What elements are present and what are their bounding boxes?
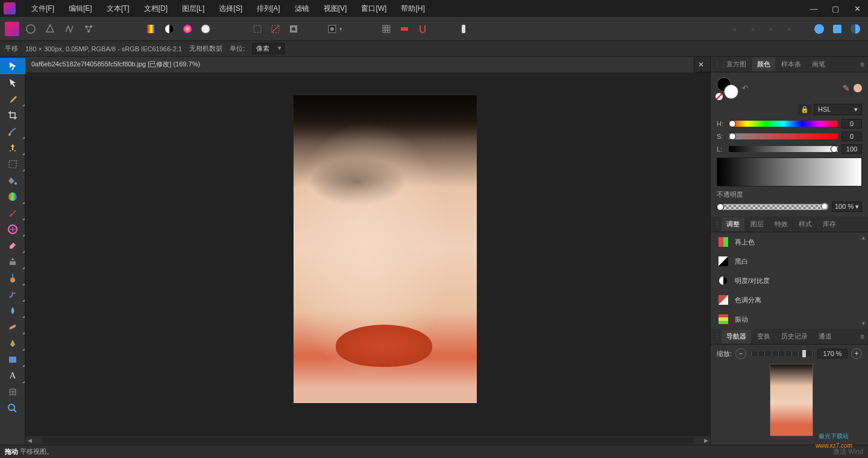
lightness-slider[interactable]: [729, 146, 838, 152]
tab-effects[interactable]: 特效: [770, 217, 793, 231]
document-tab[interactable]: 0af6eb24c5182e7f405855fc5fcf80b.jpg [已修改…: [25, 57, 694, 72]
persona-photo-icon[interactable]: [5, 22, 19, 36]
zoom-in-button[interactable]: +: [851, 348, 862, 359]
tab-styles[interactable]: 样式: [794, 217, 817, 231]
pixel-grid-icon[interactable]: [397, 21, 412, 37]
healing-tool[interactable]: [0, 319, 25, 335]
assistant-icon[interactable]: [456, 21, 471, 37]
menu-layer[interactable]: 图层[L]: [175, 1, 212, 16]
tab-close-button[interactable]: ✕: [694, 60, 708, 69]
navigator-thumbnail[interactable]: 极光下载站 www.xz7.com: [770, 364, 813, 436]
text-tool[interactable]: A: [0, 367, 25, 384]
clone-tool[interactable]: [0, 253, 25, 270]
persona-export-icon[interactable]: [81, 21, 96, 37]
rectangle-tool[interactable]: [0, 351, 25, 367]
fg-color-swatch[interactable]: [724, 84, 738, 99]
menu-select[interactable]: 选择[S]: [212, 1, 250, 16]
panel-menu-icon[interactable]: ≡: [857, 332, 868, 341]
mesh-warp-tool[interactable]: [0, 384, 25, 400]
pen-tool[interactable]: [0, 335, 25, 351]
auto-contrast-icon[interactable]: [162, 21, 177, 37]
menu-text[interactable]: 文本[T]: [99, 1, 137, 16]
snapping-icon[interactable]: [415, 21, 430, 37]
auto-colors-icon[interactable]: [180, 21, 195, 37]
grid-toggle-icon[interactable]: [379, 21, 394, 37]
canvas[interactable]: [25, 72, 710, 436]
opacity-slider[interactable]: [717, 204, 828, 210]
menu-arrange[interactable]: 排列[A]: [250, 1, 288, 16]
color-mode-select[interactable]: HSL▾: [814, 104, 862, 115]
selection-brush-tool[interactable]: [0, 123, 25, 139]
menu-window[interactable]: 窗口[W]: [354, 1, 394, 16]
maximize-button[interactable]: ▢: [825, 0, 846, 17]
paint-brush-tool[interactable]: [0, 205, 25, 221]
saturation-slider[interactable]: [729, 133, 838, 139]
opacity-value[interactable]: 100 %▾: [832, 202, 862, 212]
hue-value[interactable]: 0: [841, 119, 862, 129]
flood-select-tool[interactable]: [0, 139, 25, 156]
panel-menu-icon[interactable]: ≡: [857, 60, 868, 69]
panel-grip-icon[interactable]: ⋮⋮: [714, 221, 720, 227]
gradient-tool[interactable]: [0, 188, 25, 205]
scroll-down-icon[interactable]: ▼: [861, 320, 866, 326]
no-color-icon[interactable]: [715, 93, 723, 100]
tab-adjustments[interactable]: 调整: [722, 217, 744, 231]
tab-layers[interactable]: 图层: [746, 217, 769, 231]
tab-brushes[interactable]: 画笔: [807, 57, 830, 71]
crop-mode-icon[interactable]: ▾: [327, 21, 342, 37]
tab-channels[interactable]: 通道: [814, 329, 837, 343]
move-tool[interactable]: [0, 74, 25, 91]
tab-navigator[interactable]: 导航器: [722, 329, 751, 343]
menu-help[interactable]: 帮助[H]: [394, 1, 432, 16]
quick-mask-icon[interactable]: [286, 21, 301, 37]
tab-transform[interactable]: 变换: [752, 329, 775, 343]
crop-tool[interactable]: [0, 107, 25, 123]
erase-tool[interactable]: [0, 237, 25, 253]
color-picker-tool[interactable]: [0, 91, 25, 107]
selection-rect-icon[interactable]: [250, 21, 265, 37]
close-button[interactable]: ✕: [846, 0, 868, 17]
persona-liquify-icon[interactable]: [23, 21, 39, 37]
lightness-value[interactable]: 100: [841, 144, 862, 154]
tab-histogram[interactable]: 直方图: [722, 57, 751, 71]
auto-white-balance-icon[interactable]: [198, 21, 213, 37]
unit-select[interactable]: 像素: [252, 43, 285, 54]
adj-vibrance[interactable]: 振动: [711, 310, 868, 329]
minimize-button[interactable]: —: [803, 0, 825, 17]
scroll-up-icon[interactable]: ▲: [861, 235, 866, 241]
persona-develop-icon[interactable]: [42, 21, 58, 37]
panel-grip-icon[interactable]: ⋮⋮: [714, 61, 720, 68]
zoom-value[interactable]: 170 %: [817, 349, 848, 358]
tab-history[interactable]: 历史记录: [776, 329, 813, 343]
menu-view[interactable]: 视图[V]: [316, 1, 354, 16]
add-layer-icon[interactable]: [811, 21, 827, 37]
add-adjustment-icon[interactable]: [848, 21, 863, 37]
gradient-preview[interactable]: [717, 157, 862, 186]
adj-blackwhite[interactable]: 黑白: [711, 252, 868, 271]
zoom-tool[interactable]: [0, 400, 25, 416]
adj-brightness[interactable]: 明度/对比度: [711, 271, 868, 290]
tab-color[interactable]: 颜色: [752, 57, 775, 71]
menu-filters[interactable]: 滤镜: [288, 1, 316, 16]
inpaint-tool[interactable]: [0, 270, 25, 286]
add-mask-icon[interactable]: [829, 21, 845, 37]
tab-stock[interactable]: 库存: [818, 217, 841, 231]
zoom-slider[interactable]: [750, 351, 814, 356]
scroll-left-icon[interactable]: ◀: [25, 437, 34, 444]
panel-grip-icon[interactable]: ⋮⋮: [714, 333, 720, 340]
zoom-out-button[interactable]: −: [735, 348, 746, 359]
menu-edit[interactable]: 编辑[E]: [61, 1, 99, 16]
eyedropper-icon[interactable]: ✎: [843, 83, 850, 93]
sampled-color-icon[interactable]: [854, 84, 862, 92]
flood-fill-tool[interactable]: [0, 172, 25, 188]
persona-tone-icon[interactable]: [61, 21, 77, 37]
auto-levels-icon[interactable]: [143, 21, 159, 37]
lock-icon[interactable]: 🔒: [798, 104, 811, 115]
horizontal-scrollbar[interactable]: ◀ ▶: [25, 436, 710, 445]
selection-clear-icon[interactable]: [268, 21, 283, 37]
fg-bg-swatch[interactable]: [717, 77, 738, 99]
scroll-track[interactable]: [42, 437, 693, 444]
saturation-value[interactable]: 0: [841, 132, 862, 141]
adj-posterize[interactable]: 色调分离: [711, 290, 868, 310]
adj-recolor[interactable]: 再上色: [711, 232, 868, 252]
